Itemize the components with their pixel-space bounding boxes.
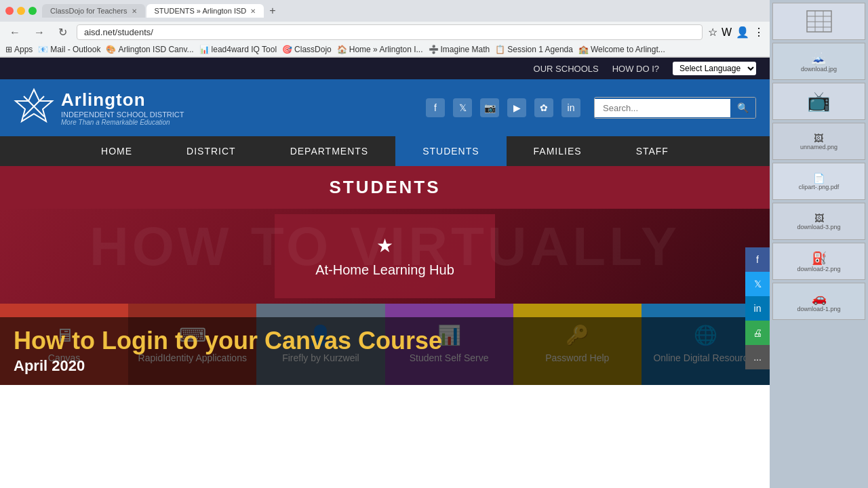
top-navigation-bar: OUR SCHOOLS HOW DO I? Select Language [0, 58, 770, 79]
twitter-icon[interactable]: 𝕏 [453, 98, 472, 117]
print-button[interactable]: 🖨 [745, 321, 770, 345]
bookmark-canvas[interactable]: 🎨 Arlington ISD Canv... [106, 45, 193, 54]
refresh-button[interactable]: ↻ [54, 24, 71, 40]
linkedin-share-button[interactable]: in [745, 296, 770, 321]
classdojo-icon: 🎯 [282, 45, 292, 54]
bookmark-home[interactable]: 🏠 Home » Arlington I... [337, 45, 423, 54]
nav-students[interactable]: STUDENTS [395, 136, 506, 166]
our-schools-link[interactable]: OUR SCHOOLS [534, 64, 599, 74]
logo-text-group: Arlington INDEPENDENT SCHOOL DISTRICT Mo… [61, 89, 184, 126]
maximize-window-button[interactable] [28, 7, 37, 15]
logo-district-name: INDEPENDENT SCHOOL DISTRICT [61, 110, 184, 119]
nav-families[interactable]: FAMILIES [507, 136, 609, 166]
imagine-math-icon: ➗ [429, 45, 439, 54]
browser-tabs: ClassDojo for Teachers ✕ STUDENTS » Arli… [42, 4, 764, 18]
youtube-icon[interactable]: ▶ [507, 98, 526, 117]
session-icon: 📋 [495, 45, 505, 54]
social-share-sidebar: f 𝕏 in 🖨 ... [745, 247, 770, 369]
desktop-thumbnail-4[interactable]: 🖼 unnamed.png [772, 123, 865, 160]
video-title-part1: How to Login to your [14, 327, 264, 354]
menu-icon[interactable]: ⋮ [753, 26, 764, 39]
tiles-section: 🖥 Canvas ⌨ RapidIdentity Applications 👤 … [0, 304, 770, 385]
close-window-button[interactable] [5, 7, 14, 15]
table-icon [806, 9, 833, 33]
browser-tab-classdojo[interactable]: ClassDojo for Teachers ✕ [42, 4, 145, 18]
video-title-part2: Course [351, 327, 442, 354]
desktop-thumbnail-8[interactable]: 🚗 download-1.png [772, 283, 865, 320]
minimize-window-button[interactable] [17, 7, 25, 15]
facebook-icon[interactable]: f [426, 98, 445, 117]
window-controls [5, 7, 37, 15]
desktop-thumbnail-2[interactable]: 🗻 download.jpg [772, 43, 865, 80]
canvas-bookmark-icon: 🎨 [106, 45, 116, 54]
bookmarks-bar: ⊞ Apps 📧 Mail - Outlook 🎨 Arlington ISD … [0, 43, 770, 57]
bookmark-imagine-math[interactable]: ➗ Imagine Math [429, 45, 490, 54]
logo-icon [14, 86, 54, 127]
logo-tagline: More Than a Remarkable Education [61, 119, 184, 126]
browser-titlebar: ClassDojo for Teachers ✕ STUDENTS » Arli… [0, 0, 770, 22]
close-tab-icon[interactable]: ✕ [132, 7, 137, 15]
nav-staff[interactable]: STAFF [609, 136, 696, 166]
instagram-icon[interactable]: 📷 [480, 98, 499, 117]
svg-marker-0 [16, 89, 52, 121]
how-do-i-link[interactable]: HOW DO I? [612, 64, 659, 74]
forward-button[interactable]: → [30, 25, 49, 40]
close-tab-icon[interactable]: ✕ [250, 7, 256, 15]
more-share-button[interactable]: ... [745, 345, 770, 369]
desktop-thumbnail-1[interactable] [772, 3, 865, 40]
linkedin-icon[interactable]: in [561, 98, 580, 117]
back-button[interactable]: ← [5, 25, 24, 40]
extensions-icon[interactable]: W [722, 26, 732, 39]
lead4ward-icon: 📊 [199, 45, 210, 54]
main-navigation: HOME DISTRICT DEPARTMENTS STUDENTS FAMIL… [0, 136, 770, 166]
welcome-icon: 🏫 [578, 45, 589, 54]
flickr-icon[interactable]: ✿ [534, 98, 553, 117]
bookmark-icon[interactable]: ☆ [708, 26, 717, 39]
search-input[interactable] [595, 99, 730, 117]
facebook-share-button[interactable]: f [745, 247, 770, 272]
hero-section: HOW TO VIRTUALLY ★ At-Home Learning Hub [0, 209, 770, 304]
desktop-thumbnail-6[interactable]: 🖼 download-3.png [772, 203, 865, 240]
new-tab-button[interactable]: + [265, 4, 279, 18]
search-button[interactable]: 🔍 [730, 98, 755, 118]
header-search-bar: 🔍 [594, 97, 756, 119]
social-icons-group: f 𝕏 📷 ▶ ✿ in [426, 98, 580, 117]
mail-icon: 📧 [38, 45, 48, 54]
site-header: Arlington INDEPENDENT SCHOOL DISTRICT Mo… [0, 79, 770, 136]
profile-icon[interactable]: 👤 [736, 26, 749, 39]
browser-tab-students[interactable]: STUDENTS » Arlington ISD ✕ [146, 4, 264, 18]
logo-school-name: Arlington [61, 89, 184, 110]
video-title: How to Login to your Canvas Course [14, 327, 756, 354]
bookmark-apps[interactable]: ⊞ Apps [5, 45, 33, 54]
bookmark-welcome[interactable]: 🏫 Welcome to Arlingt... [578, 45, 665, 54]
bookmark-mail[interactable]: 📧 Mail - Outlook [38, 45, 100, 54]
desktop-thumbnail-7[interactable]: ⛽ download-2.png [772, 243, 865, 280]
video-overlay-text: How to Login to your Canvas Course April… [0, 317, 770, 385]
nav-right-icons: ☆ W 👤 ⋮ [708, 26, 764, 39]
apps-icon: ⊞ [5, 45, 12, 54]
bookmark-session1[interactable]: 📋 Session 1 Agenda [495, 45, 573, 54]
desktop-sidebar: 🗻 download.jpg 📺 🖼 unnamed.png 📄 clipart… [770, 0, 868, 488]
students-page-banner: STUDENTS [0, 166, 770, 209]
students-page-title: STUDENTS [11, 177, 759, 198]
bookmark-classdojo[interactable]: 🎯 ClassDojo [282, 45, 332, 54]
home-bookmark-icon: 🏠 [337, 45, 347, 54]
nav-home[interactable]: HOME [74, 136, 159, 166]
logo-area: Arlington INDEPENDENT SCHOOL DISTRICT Mo… [14, 86, 184, 129]
desktop-thumbnail-3[interactable]: 📺 [772, 83, 865, 120]
video-date: April 2020 [14, 357, 756, 375]
nav-district[interactable]: DISTRICT [159, 136, 263, 166]
twitter-share-button[interactable]: 𝕏 [745, 272, 770, 296]
browser-chrome: ClassDojo for Teachers ✕ STUDENTS » Arli… [0, 0, 770, 58]
desktop-thumbnail-5[interactable]: 📄 clipart-.png.pdf [772, 163, 865, 200]
hero-bg-text: HOW TO VIRTUALLY [90, 216, 680, 278]
bookmark-lead4ward[interactable]: 📊 lead4ward IQ Tool [199, 45, 277, 54]
language-selector[interactable]: Select Language [673, 62, 756, 75]
page-content: OUR SCHOOLS HOW DO I? Select Language [0, 58, 770, 488]
address-bar[interactable] [77, 24, 703, 40]
nav-departments[interactable]: DEPARTMENTS [263, 136, 396, 166]
browser-nav-bar: ← → ↻ ☆ W 👤 ⋮ [0, 22, 770, 43]
video-title-highlight: Canvas [264, 327, 351, 354]
